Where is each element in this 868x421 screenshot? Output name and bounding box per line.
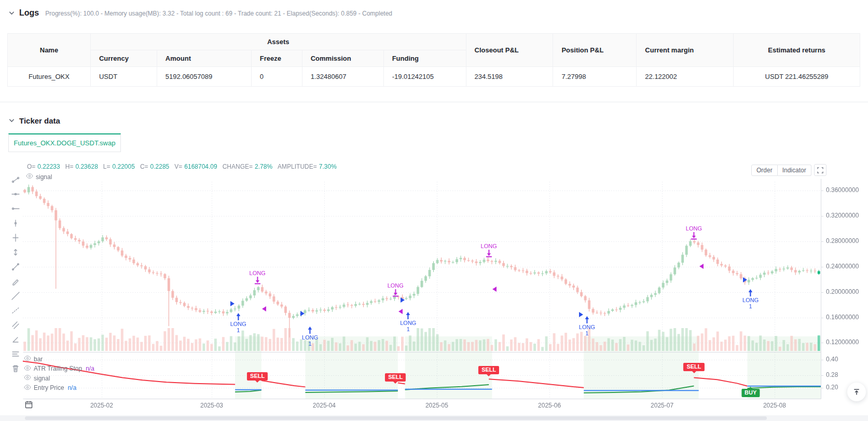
long-buy-qty: 1 [309,341,312,347]
x-axis-label: 2025-03 [195,402,228,409]
panel-legend-row: Entry Pricen/a [24,384,76,392]
back-to-top-button[interactable] [847,383,866,401]
info-value: 0.2285 [150,163,170,170]
vertical-segment-tool-icon[interactable] [10,218,21,228]
col-header-current-margin: Current margin [637,34,734,67]
order-open-marker [743,277,747,282]
info-label: C= [140,163,148,170]
col-header-assets: Assets [90,34,466,50]
down-arrow-bar-icon [254,276,261,285]
up-arrow-icon [405,311,412,320]
signal-overlay-row: signal [26,173,52,181]
drawing-toolbar [8,174,23,373]
tab-label: Futures_OKX.DOGE_USDT.swap [14,139,116,147]
price-lines-tool-icon[interactable] [10,349,21,359]
angle-tool-icon[interactable] [10,334,21,344]
cross-line-tool-icon[interactable] [10,233,21,242]
cell-freeze: 0 [251,67,302,87]
order-open-marker [300,311,305,316]
y-axis-label: 0.28000000 [826,237,859,245]
long-entry-label: LONG [686,225,702,232]
long-entry-label: LONG [250,270,266,276]
y-axis-label: 0.12000000 [826,338,859,346]
col-header-estimated-returns: Estimated returns [734,34,860,67]
ohlc-info-row: O=0.22233H=0.23628L=0.22005C=0.2285V=616… [27,163,340,170]
up-arrow-icon [235,313,242,321]
collapse-chevron-icon[interactable] [8,10,15,17]
assets-table: Name Assets Closeout P&L Position P&L Cu… [7,33,860,87]
cell-closeout-pnl: 234.5198 [466,67,553,87]
logs-stats: Progress(%): 100.0 - Memory usage(MB): 3… [45,10,392,17]
eye-icon[interactable] [26,173,33,181]
pencil-tool-icon[interactable] [10,276,21,286]
x-axis-label: 2025-02 [85,402,118,409]
eye-icon[interactable] [24,384,31,392]
long-buy-signal: LONG1 [742,289,759,309]
panel-legend-row: bar [24,355,43,363]
col-header-name: Name [8,34,91,67]
down-arrow-bar-icon [690,232,697,240]
cell-currency: USDT [90,67,157,87]
horizontal-line-tool-icon[interactable] [10,189,21,199]
fullscreen-icon[interactable] [814,164,826,176]
long-entry-signal: LONG [481,243,497,258]
extended-line-tool-icon[interactable] [10,291,21,301]
info-label: V= [174,163,182,170]
table-row: Futures_OKX USDT 5192.06057089 0 1.32480… [8,67,860,87]
legend-label: ATR Trailing Stop [34,365,82,372]
trend-line-tool-icon[interactable] [10,262,21,271]
section-divider [0,102,868,102]
y-axis-label: 0.32000000 [826,212,859,219]
up-arrow-icon [307,326,314,334]
info-label: AMPLITUDE= [278,163,317,170]
sell-flag: SELL [683,363,704,371]
cell-estimated-returns: USDT 221.46255289 [734,67,860,87]
calendar-icon[interactable] [25,401,33,411]
tab-futures-okx-doge-usdt-swap[interactable]: Futures_OKX.DOGE_USDT.swap [8,133,121,152]
x-axis-label: 2025-05 [420,402,453,409]
delete-tool-icon[interactable] [10,363,21,373]
long-buy-signal: LONG1 [302,326,318,347]
chart-canvas[interactable] [0,152,868,421]
long-entry-label: LONG [481,243,497,249]
dotted-line-tool-icon[interactable] [10,305,21,315]
info-value: 2.78% [255,163,272,170]
long-buy-label: LONG [400,320,416,326]
parallel-channel-tool-icon[interactable] [10,320,21,330]
indicator-button[interactable]: Indicator [778,165,811,176]
collapse-chevron-icon[interactable] [8,117,15,124]
cell-amount: 5192.06057089 [157,67,251,87]
eye-icon[interactable] [24,374,31,382]
buy-flag: BUY [741,389,760,397]
horizontal-scrollbar[interactable] [0,415,868,421]
x-axis-label: 2025-08 [758,402,791,409]
cell-current-margin: 22.122002 [637,67,734,87]
order-close-marker [262,306,266,311]
ticker-title: Ticker data [19,116,60,125]
legend-label: signal [34,375,50,382]
up-arrow-icon [583,316,590,324]
long-entry-signal: LONG [250,270,266,285]
info-value: 6168704.09 [184,163,217,170]
arrow-range-tool-icon[interactable] [10,247,21,257]
panel-legend-row: ATR Trailing Stopn/a [24,365,94,373]
eye-icon[interactable] [24,355,31,363]
y-axis-label: 0.36000000 [826,186,859,194]
long-buy-signal: LONG1 [400,311,416,332]
panel-axis-label: 0.40 [826,356,838,363]
x-axis-label: 2025-07 [645,402,679,409]
horizontal-ray-tool-icon[interactable] [10,203,21,213]
cell-name: Futures_OKX [8,67,91,87]
col-header-closeout-pnl: Closeout P&L [466,34,553,67]
long-buy-qty: 1 [585,330,588,336]
order-open-marker [401,297,405,303]
x-axis-label: 2025-04 [308,402,341,409]
candlestick-chart[interactable]: O=0.22233H=0.23628L=0.22005C=0.2285V=616… [0,152,868,421]
up-arrow-icon [747,289,754,297]
y-axis-label: 0.16000000 [826,314,859,321]
down-arrow-bar-icon [485,249,492,258]
scrollbar-thumb[interactable] [25,416,767,420]
segment-tool-icon[interactable] [10,174,21,184]
order-button[interactable]: Order [751,165,778,176]
eye-icon[interactable] [24,365,31,373]
